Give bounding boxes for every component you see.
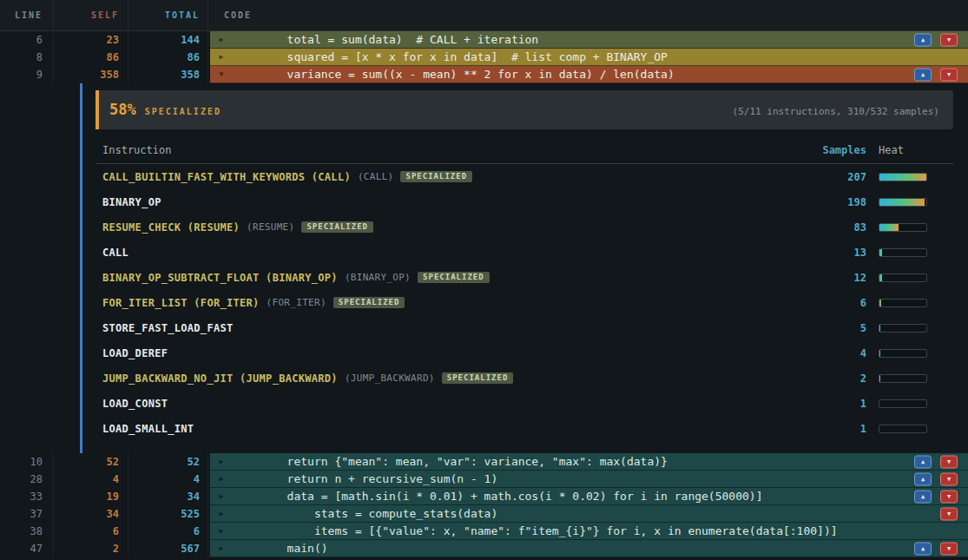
self-samples: 34 xyxy=(54,505,128,523)
navigate-down-button[interactable]: ▼ xyxy=(940,490,958,503)
code-text: stats = compute_stats(data) xyxy=(233,507,497,520)
column-header-line: LINE xyxy=(0,0,54,30)
instruction-name-group: CALL_BUILTIN_FAST_WITH_KEYWORDS (CALL) (… xyxy=(102,171,788,183)
navigate-up-button[interactable]: ▲ xyxy=(914,490,932,503)
heat-bar-fill xyxy=(879,350,880,357)
navigate-up-button[interactable]: ▲ xyxy=(914,68,932,81)
code-row-line-28[interactable]: 28 4 4 ▶ return n + recursive_sum(n - 1)… xyxy=(0,471,968,488)
row-nav-buttons: ▲ ▼ xyxy=(914,455,958,468)
heat-bar xyxy=(879,273,927,282)
row-nav-buttons: ▲ ▼ xyxy=(914,68,958,81)
specialization-summary-bar: 58% SPECIALIZED (5/11 instructions, 310/… xyxy=(95,90,953,129)
navigate-up-button[interactable]: ▲ xyxy=(914,472,932,485)
heat-bar xyxy=(879,223,927,232)
instruction-samples: 13 xyxy=(788,247,866,259)
self-samples: 86 xyxy=(54,49,128,66)
heat-bar xyxy=(879,248,927,257)
code-row-line-37[interactable]: 37 34 525 ▶ stats = compute_stats(data) … xyxy=(0,505,968,523)
expand-arrow-icon[interactable]: ▶ xyxy=(210,53,233,61)
row-nav-buttons: ▲ ▼ xyxy=(914,542,958,555)
navigate-up-button[interactable]: ▲ xyxy=(914,542,932,555)
specialization-stats-text: (5/11 instructions, 310/532 samples) xyxy=(733,106,939,117)
line-number: 6 xyxy=(0,31,54,49)
code-row-line-9[interactable]: 9 358 358 ▼ variance = sum((x - mean) **… xyxy=(0,66,968,83)
navigate-up-button[interactable]: ▲ xyxy=(914,455,932,468)
navigate-down-button[interactable]: ▼ xyxy=(940,33,958,46)
self-samples: 6 xyxy=(54,523,128,540)
navigate-down-button[interactable]: ▼ xyxy=(940,68,958,81)
code-row-line-38[interactable]: 38 6 6 ▶ items = [{"value": x, "name": f… xyxy=(0,523,968,540)
heat-bar-fill xyxy=(879,174,926,181)
specialized-badge: SPECIALIZED xyxy=(418,272,490,283)
code-cell[interactable]: ▶ return n + recursive_sum(n - 1) ▲ ▼ xyxy=(210,471,968,488)
instruction-name-group: STORE_FAST_LOAD_FAST xyxy=(102,322,788,334)
code-cell[interactable]: ▶ return {"mean": mean, "var": variance,… xyxy=(210,453,968,471)
instruction-base-opcode: (JUMP_BACKWARD) xyxy=(345,372,435,384)
expand-arrow-icon[interactable]: ▶ xyxy=(210,527,233,535)
self-samples: 2 xyxy=(54,540,128,557)
navigate-down-button[interactable]: ▼ xyxy=(940,542,958,555)
total-samples: 52 xyxy=(128,453,208,471)
instruction-table-header: Instruction Samples Heat xyxy=(95,136,953,164)
instruction-base-opcode: (RESUME) xyxy=(247,221,294,233)
expand-arrow-icon[interactable]: ▶ xyxy=(210,36,233,43)
instruction-name-group: BINARY_OP_SUBTRACT_FLOAT (BINARY_OP) (BI… xyxy=(102,272,788,284)
heat-bar xyxy=(879,198,927,207)
instruction-samples: 1 xyxy=(788,423,866,435)
heat-bar-fill xyxy=(879,224,899,231)
code-cell[interactable]: ▶ data = [math.sin(i * 0.01) + math.cos(… xyxy=(210,488,968,505)
line-number: 9 xyxy=(0,66,54,83)
total-samples: 6 xyxy=(128,523,208,540)
instruction-base-opcode: (FOR_ITER) xyxy=(267,297,326,308)
row-nav-buttons: ▲ ▼ xyxy=(914,490,958,503)
code-cell[interactable]: ▶ squared = [x * x for x in data] # list… xyxy=(210,49,968,66)
self-samples: 19 xyxy=(54,488,128,505)
code-cell[interactable]: ▶ stats = compute_stats(data) ▼ xyxy=(210,505,968,523)
navigate-up-button[interactable]: ▲ xyxy=(914,33,932,46)
instruction-samples: 2 xyxy=(788,372,866,385)
code-cell[interactable]: ▶ total = sum(data) # CALL + iteration ▲… xyxy=(210,31,968,49)
heat-bar xyxy=(879,399,927,408)
heat-bar-fill xyxy=(879,199,925,206)
code-cell[interactable]: ▶ items = [{"value": x, "name": f"item_{… xyxy=(210,523,968,540)
expand-arrow-icon[interactable]: ▶ xyxy=(210,492,233,500)
code-row-line-33[interactable]: 33 19 34 ▶ data = [math.sin(i * 0.01) + … xyxy=(0,488,968,505)
total-samples: 86 xyxy=(128,49,208,66)
code-text: main() xyxy=(233,542,328,555)
code-row-line-6[interactable]: 6 23 144 ▶ total = sum(data) # CALL + it… xyxy=(0,31,968,49)
code-row-line-47[interactable]: 47 2 567 ▶ main() ▲ ▼ xyxy=(0,540,968,557)
heat-bar xyxy=(879,173,927,181)
heat-bar xyxy=(879,425,927,433)
expand-arrow-icon[interactable]: ▶ xyxy=(210,510,233,517)
self-samples: 4 xyxy=(54,471,128,488)
line-number: 37 xyxy=(0,505,54,523)
navigate-down-button[interactable]: ▼ xyxy=(940,507,958,520)
code-row-line-8[interactable]: 8 86 86 ▶ squared = [x * x for x in data… xyxy=(0,49,968,66)
expand-arrow-icon[interactable]: ▶ xyxy=(210,544,233,552)
code-cell[interactable]: ▼ variance = sum((x - mean) ** 2 for x i… xyxy=(210,66,968,83)
instruction-name: LOAD_SMALL_INT xyxy=(102,423,194,435)
column-header-row: LINE SELF TOTAL CODE xyxy=(0,0,968,31)
instruction-samples: 12 xyxy=(788,272,866,284)
instruction-name-group: CALL xyxy=(102,247,788,259)
code-row-line-10[interactable]: 10 52 52 ▶ return {"mean": mean, "var": … xyxy=(0,453,968,471)
heat-bar-fill xyxy=(879,325,880,332)
code-text: data = [math.sin(i * 0.01) + math.cos(i … xyxy=(233,490,762,503)
total-samples: 525 xyxy=(128,505,208,523)
instruction-row: LOAD_DEREF 4 xyxy=(95,340,953,366)
expand-arrow-icon[interactable]: ▶ xyxy=(210,458,233,465)
line-number: 38 xyxy=(0,523,54,540)
navigate-down-button[interactable]: ▼ xyxy=(940,455,958,468)
specialized-badge: SPECIALIZED xyxy=(333,297,405,308)
instruction-samples: 198 xyxy=(788,196,866,208)
navigate-down-button[interactable]: ▼ xyxy=(940,472,958,485)
collapse-arrow-icon[interactable]: ▼ xyxy=(210,70,233,78)
code-cell[interactable]: ▶ main() ▲ ▼ xyxy=(210,540,968,557)
specialized-percent: 58% xyxy=(109,101,136,118)
total-samples: 4 xyxy=(128,471,208,488)
instruction-row: RESUME_CHECK (RESUME) (RESUME) SPECIALIZ… xyxy=(95,214,953,240)
instruction-row: CALL 13 xyxy=(95,240,953,265)
samples-column-header: Samples xyxy=(788,144,866,156)
instruction-name: BINARY_OP_SUBTRACT_FLOAT (BINARY_OP) xyxy=(102,272,338,284)
expand-arrow-icon[interactable]: ▶ xyxy=(210,475,233,483)
